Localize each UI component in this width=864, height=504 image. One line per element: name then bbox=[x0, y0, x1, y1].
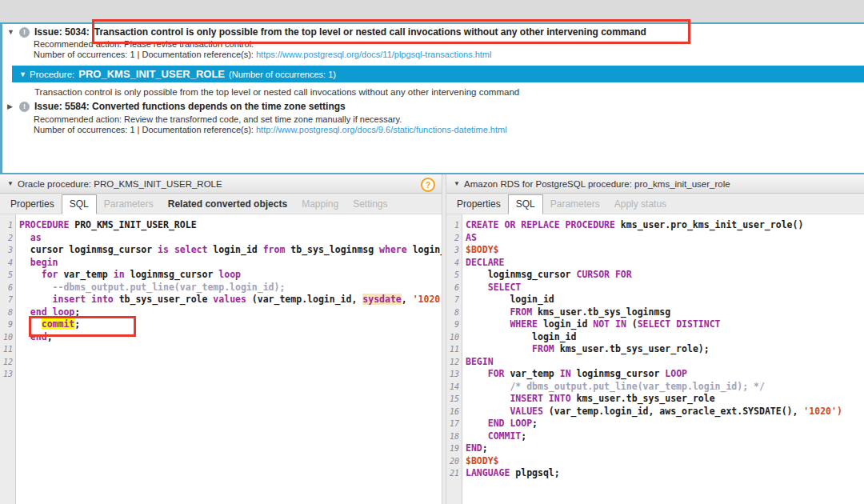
line-number: 13 bbox=[446, 368, 462, 381]
code-token bbox=[466, 318, 510, 330]
code-line: VALUES (var_temp.login_id, aws_oracle_ex… bbox=[466, 406, 864, 418]
line-number: 10 bbox=[0, 331, 15, 344]
code-token: CURSOR FOR bbox=[576, 269, 631, 280]
code-token: WHERE bbox=[510, 318, 538, 330]
line-number: 9 bbox=[446, 318, 462, 331]
code-token bbox=[466, 368, 488, 379]
tab-properties[interactable]: Properties bbox=[450, 195, 508, 214]
oracle-procedure-panel: ▼ Oracle procedure: PRO_KMS_INIT_USER_RO… bbox=[0, 174, 442, 504]
tab-sql[interactable]: SQL bbox=[508, 194, 543, 214]
code-token: ; bbox=[47, 331, 53, 342]
code-line: --dbms_output.put_line(var_temp.login_id… bbox=[19, 282, 442, 294]
code-token bbox=[466, 343, 532, 354]
code-token: values bbox=[213, 294, 246, 305]
help-icon[interactable]: ? bbox=[421, 178, 435, 192]
code-token bbox=[466, 418, 488, 429]
code-token: loginmsg_cursor bbox=[466, 269, 576, 280]
tab-related-converted-objects[interactable]: Related converted objects bbox=[161, 195, 294, 214]
code-token: var_temp bbox=[504, 368, 559, 379]
issue-5034-row[interactable]: ▼ ! Issue: 5034: Transaction control is … bbox=[7, 26, 646, 38]
collapse-arrow-icon[interactable]: ▼ bbox=[7, 180, 18, 187]
code-token bbox=[19, 331, 30, 342]
postgresql-procedure-panel: ▼ Amazon RDS for PostgreSQL procedure: p… bbox=[446, 174, 864, 504]
postgresql-panel-tabbar: PropertiesSQLParametersApply status bbox=[446, 194, 864, 214]
occurrences-text: Number of occurrences: 1 | Documentation… bbox=[34, 125, 256, 134]
postgresql-sql-editor[interactable]: 123456789101112131415161718192021 CREATE… bbox=[446, 214, 864, 504]
postgresql-panel-header[interactable]: ▼ Amazon RDS for PostgreSQL procedure: p… bbox=[446, 174, 864, 194]
collapse-arrow-icon[interactable]: ▼ bbox=[454, 180, 464, 187]
issue-5584-row[interactable]: ▶ ! Issue: 5584: Converted functions dep… bbox=[7, 101, 346, 112]
code-token: sysdate bbox=[362, 294, 401, 305]
code-line: $BODY$ bbox=[466, 455, 864, 468]
documentation-link[interactable]: https://www.postgresql.org/docs/11/plpgs… bbox=[256, 50, 492, 59]
code-token: loop bbox=[218, 269, 241, 280]
code-line: for var_temp in loginmsg_cursor loop bbox=[19, 269, 442, 282]
code-token: ; bbox=[521, 430, 526, 442]
issue-id-label: Issue: 5034: bbox=[34, 26, 90, 38]
warning-glyph: ! bbox=[23, 28, 26, 36]
line-number: 4 bbox=[0, 257, 15, 270]
code-line: DECLARE bbox=[466, 257, 864, 270]
line-number: 11 bbox=[446, 343, 462, 356]
code-token bbox=[19, 232, 30, 243]
code-line: END; bbox=[466, 442, 864, 455]
line-number: 17 bbox=[446, 418, 462, 430]
code-token: $BODY$ bbox=[466, 455, 499, 466]
window-top-strip bbox=[0, 0, 864, 22]
code-token: /* dbms_output.put_line(var_temp.login_i… bbox=[510, 381, 765, 392]
code-token: kms_user.tb_sys_loginmsg bbox=[532, 306, 670, 318]
code-token: ; bbox=[482, 442, 488, 454]
code-line: end; bbox=[19, 331, 442, 344]
oracle-panel-header[interactable]: ▼ Oracle procedure: PRO_KMS_INIT_USER_RO… bbox=[0, 174, 442, 194]
code-line: CREATE OR REPLACE PROCEDURE kms_user.pro… bbox=[466, 219, 864, 232]
code-token bbox=[19, 306, 30, 318]
postgresql-code[interactable]: CREATE OR REPLACE PROCEDURE kms_user.pro… bbox=[462, 214, 864, 504]
line-number: 3 bbox=[446, 244, 462, 257]
line-number: 6 bbox=[0, 282, 15, 294]
code-token: for bbox=[42, 269, 58, 280]
issue-warning-icon: ! bbox=[19, 102, 30, 112]
tab-settings: Settings bbox=[346, 195, 394, 214]
code-token: LOOP bbox=[665, 368, 687, 379]
line-number: 12 bbox=[0, 356, 15, 369]
documentation-link[interactable]: http://www.postgresql.org/docs/9.6/stati… bbox=[256, 125, 507, 134]
code-token bbox=[19, 269, 42, 280]
occurrences-text: Number of occurrences: 1 | Documentation… bbox=[34, 50, 256, 59]
issue-title: Issue: 5584: Converted functions depends… bbox=[34, 101, 346, 112]
procedure-occurrences: (Number of occurrences: 1) bbox=[229, 70, 336, 79]
code-token bbox=[19, 282, 53, 293]
tab-sql[interactable]: SQL bbox=[62, 194, 97, 214]
code-token: SELECT bbox=[488, 282, 522, 293]
code-token bbox=[466, 306, 510, 318]
oracle-sql-editor[interactable]: 12345678910111213 PROCEDURE PRO_KMS_INIT… bbox=[0, 214, 442, 504]
code-token: login_id bbox=[466, 294, 554, 305]
code-token: COMMIT bbox=[488, 430, 522, 442]
code-line: PROCEDURE PRO_KMS_INIT_USER_ROLE bbox=[19, 219, 442, 232]
line-number: 9 bbox=[0, 318, 15, 331]
line-number: 5 bbox=[446, 269, 462, 282]
code-token: end bbox=[30, 331, 47, 342]
code-token: login_id bbox=[466, 331, 576, 342]
line-number: 7 bbox=[0, 294, 15, 306]
code-token: into bbox=[91, 294, 114, 305]
code-line bbox=[19, 368, 442, 381]
collapse-arrow-icon[interactable]: ▼ bbox=[19, 70, 30, 78]
oracle-code[interactable]: PROCEDURE PRO_KMS_INIT_USER_ROLE as curs… bbox=[16, 214, 442, 504]
code-token bbox=[19, 257, 30, 268]
code-token: ; bbox=[74, 318, 80, 330]
code-token bbox=[86, 294, 91, 305]
issue-recommended-action: Recommended action: Review the transform… bbox=[34, 114, 402, 124]
procedure-occurrence-bar[interactable]: ▼ Procedure: PRO_KMS_INIT_USER_ROLE (Num… bbox=[12, 66, 864, 82]
code-token: LANGUAGE bbox=[466, 467, 510, 478]
line-number: 6 bbox=[446, 282, 462, 294]
line-number: 12 bbox=[446, 356, 462, 369]
tab-properties[interactable]: Properties bbox=[3, 195, 62, 214]
code-token: $BODY$ bbox=[466, 244, 499, 255]
code-token: commit bbox=[42, 318, 75, 330]
procedure-issue-detail[interactable]: Transaction control is only possible fro… bbox=[34, 87, 519, 97]
code-line: END LOOP; bbox=[466, 418, 864, 430]
line-number: 8 bbox=[446, 306, 462, 319]
expand-arrow-icon[interactable]: ▶ bbox=[7, 102, 19, 110]
line-number: 15 bbox=[446, 393, 462, 406]
collapse-arrow-icon[interactable]: ▼ bbox=[7, 28, 19, 36]
